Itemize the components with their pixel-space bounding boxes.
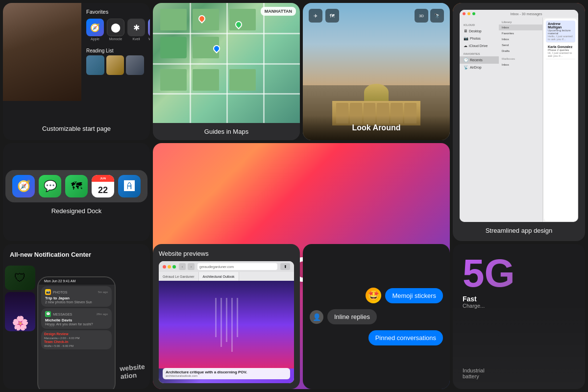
map-block-1 [160, 9, 187, 30]
app-icon-wallpaper: 🖼 Wallpaper* [148, 19, 150, 44]
minimize-button[interactable] [168, 265, 171, 269]
icloud-section: iCloud [460, 23, 499, 27]
app-icon-safari: 🧭 Apple [86, 19, 104, 44]
start-page-tile: Favorites 🧭 Apple ⬤ Monocle ✱ Kvell 🖼 Wa… [3, 3, 150, 140]
look-around-tile: ✈ 🗺 3D 🔭 Look Around [303, 3, 450, 140]
phone-status-bar: Mon Jun 22 9:41 AM [38, 277, 115, 285]
map-pin-orange [197, 15, 207, 27]
arch-line-1 [215, 298, 217, 337]
street-v1 [190, 3, 191, 123]
messages-app-label: MESSAGES [53, 313, 72, 316]
close-button[interactable] [163, 265, 166, 269]
arch-line-2 [220, 298, 222, 347]
website-line2: ation [120, 370, 146, 380]
reading-item-3 [126, 55, 144, 75]
cal-event2-detail: Wolfe • 5:00 - 6:00 PM [44, 344, 109, 347]
tab-2[interactable]: Architectural Outlook [199, 272, 239, 281]
dock-label: Redesigned Dock [51, 207, 102, 215]
safari-icon: 🧭 [86, 19, 104, 36]
memoji-row: 🤩 Memoji stickers [310, 288, 443, 303]
fiveg-tile: 5G Fast Charge... Industrialbattery [453, 244, 585, 389]
app-window: Inbox - 30 messages iCloud 🖥Desktop 📷Pho… [460, 10, 578, 222]
browser-tabs: Géraud Le Garduner Architectural Outlook [159, 272, 294, 281]
tab-1[interactable]: Géraud Le Garduner [159, 272, 199, 281]
inbox-item2: Inbox [499, 36, 542, 42]
favorites-label: Favorites [86, 9, 144, 15]
wp-title: Website previews [159, 250, 294, 257]
url-bar[interactable]: geraudlegarduner.com [197, 263, 277, 270]
pin-green-dot [234, 20, 244, 29]
wallpaper-label: Wallpaper* [148, 37, 150, 41]
dock-messages-icon: 💬 [39, 175, 61, 197]
airdrop-item-sidebar: 📡AirDrop [460, 64, 499, 71]
maximize-button[interactable] [172, 265, 176, 269]
app-design-content: Inbox - 30 messages iCloud 🖥Desktop 📷Pho… [453, 3, 585, 241]
street-v2 [226, 3, 228, 123]
email-item-2: Karla Gonzalez Phase 2 queries Hi, I jus… [546, 44, 575, 59]
palace-dome [364, 84, 389, 101]
main-panels: Library Inbox Favorites Inbox Send Draft… [499, 18, 578, 222]
email-from-2: Karla Gonzalez [548, 45, 573, 49]
monocle-icon: ⬤ [107, 19, 124, 36]
dock-calendar-icon: JUN 22 [92, 175, 114, 197]
pin-blue-dot [212, 44, 221, 53]
safari-label: Apple [91, 37, 99, 41]
phone-mockup: Mon Jun 22 9:41 AM 📷 PHOTOS 5m ago Trip … [37, 276, 116, 389]
inbox-item: Inbox [499, 24, 542, 30]
notif-left-widgets: 🛡 🌸 [3, 264, 37, 333]
photos-time: 5m ago [98, 291, 108, 294]
binoculars-icon: 🔭 [430, 9, 444, 23]
airdrop-icon-sidebar: 📡 [464, 65, 468, 70]
person-image [3, 3, 81, 101]
messages-tile: 🤩 Memoji stickers 👤 Inline replies Pinne… [303, 244, 450, 389]
street-v3 [263, 3, 265, 123]
reading-item-2 [106, 55, 124, 75]
arch-image [159, 281, 294, 368]
threed-icon: 3D [415, 9, 428, 23]
pin-orange-dot [197, 14, 207, 24]
manhattan-label: MANHATTAN [261, 7, 296, 16]
messages-body: Heyyy. Are you down for sushi? [45, 322, 108, 326]
drafts-item: Drafts [499, 48, 542, 54]
inline-replies-row: 👤 Inline replies [310, 309, 443, 324]
messages-content: 🤩 Memoji stickers 👤 Inline replies Pinne… [303, 244, 450, 389]
phone-time: Mon Jun 22 9:41 AM [44, 279, 75, 283]
tab-1-label: Géraud Le Garduner [163, 275, 195, 278]
kvell-label: Kvell [132, 37, 140, 41]
back-button[interactable]: ‹ [179, 263, 186, 270]
email-preview-2: Hi, I just wanted to ask you if... [548, 51, 573, 57]
arch-lines [215, 298, 238, 352]
email-subject-1: Upcoming lecture material [548, 29, 573, 35]
reading-items [86, 55, 144, 75]
messages-icon: 💬 [45, 311, 51, 317]
browser-content: Architecture critique with a discerning … [159, 281, 294, 383]
favorites-section: Favorites [460, 51, 499, 56]
calendar-widget: Design Review Manzanita • 2:00 - 4:00 PM… [41, 330, 112, 349]
pinned-row: Pinned conversations [310, 330, 443, 345]
messages-notification: 💬 MESSAGES 28m ago Michelle Davis Heyyy.… [41, 308, 112, 329]
arch-line-5 [237, 298, 238, 337]
app-icon-kvell: ✱ Kvell [127, 19, 145, 44]
inbox-item3: Inbox [499, 62, 542, 68]
start-page-label: Customizable start page [3, 125, 150, 132]
notification-tile: All-new Notification Center 🛡 🌸 Mon Jun … [3, 244, 150, 389]
website-caption: Architecture critique with a discerning … [163, 368, 290, 379]
photos-body: 2 new photos from Steven Sun [45, 300, 108, 304]
website-previews-tile: Website previews ‹ › geraudlegarduner.co… [153, 244, 300, 389]
dock-safari-icon: 🧭 [12, 175, 35, 197]
fiveg-number: 5G [463, 254, 515, 293]
wp-content: Website previews ‹ › geraudlegarduner.co… [153, 244, 300, 389]
browser-window: ‹ › geraudlegarduner.com ⬆ Géraud Le Gar… [159, 261, 294, 383]
look-around-bg: ✈ 🗺 3D 🔭 Look Around [303, 3, 450, 140]
email-list: Andrew Mulligan Upcoming lecture materia… [546, 21, 575, 59]
window-controls [163, 265, 176, 269]
map-block-5 [160, 69, 187, 91]
user-avatar-1: 👤 [310, 310, 323, 324]
middle-panel: Library Inbox Favorites Inbox Send Draft… [499, 18, 543, 222]
share-button[interactable]: ⬆ [280, 263, 290, 270]
send-item: Send [499, 42, 542, 48]
map-block-7 [229, 69, 256, 91]
desktop-icon: 🖥 [464, 29, 467, 33]
forward-button[interactable]: › [188, 263, 195, 270]
maximize-dot [472, 12, 475, 15]
